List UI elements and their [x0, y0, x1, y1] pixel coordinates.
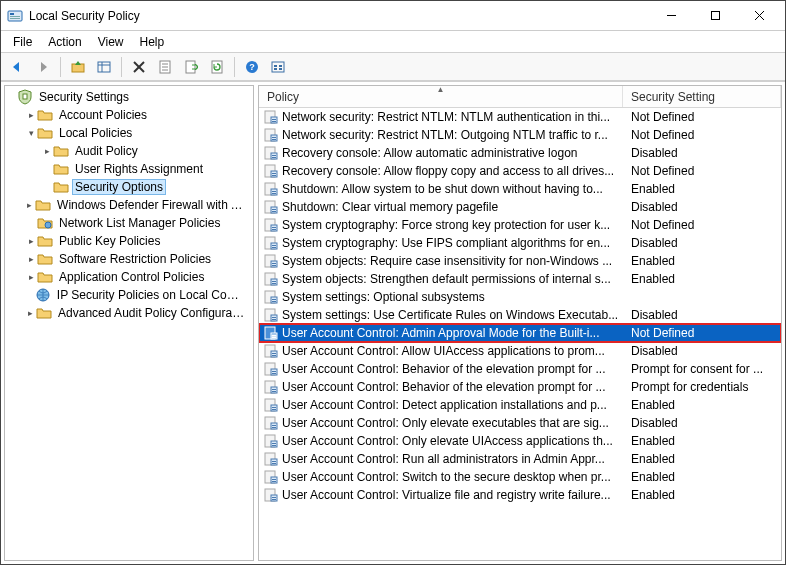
policy-row[interactable]: User Account Control: Switch to the secu… [259, 468, 781, 486]
folder-icon [35, 197, 51, 213]
minimize-button[interactable] [649, 2, 693, 30]
policy-row[interactable]: Network security: Restrict NTLM: NTLM au… [259, 108, 781, 126]
column-header-policy[interactable]: Policy ▲ [259, 86, 623, 107]
svg-rect-89 [272, 373, 276, 374]
nav-tree[interactable]: Security Settings▸Account Policies▾Local… [5, 86, 253, 324]
tree-item[interactable]: Network List Manager Policies [5, 214, 253, 232]
tree-item[interactable]: ▸Software Restriction Policies [5, 250, 253, 268]
twisty-icon[interactable]: ▸ [25, 111, 37, 120]
close-button[interactable] [737, 2, 781, 30]
folder-icon [36, 305, 52, 321]
tree-item-label: Windows Defender Firewall with Adva [54, 197, 249, 213]
policy-cell: Recovery console: Allow floppy copy and … [259, 163, 623, 179]
setting-cell: Prompt for consent for ... [623, 362, 781, 376]
svg-rect-81 [272, 337, 276, 338]
window-title: Local Security Policy [29, 9, 649, 23]
policy-row[interactable]: Recovery console: Allow floppy copy and … [259, 162, 781, 180]
policy-icon [263, 163, 279, 179]
tree-root[interactable]: Security Settings [5, 88, 253, 106]
delete-button[interactable] [127, 55, 151, 79]
tree-item[interactable]: ▸Public Key Policies [5, 232, 253, 250]
tree-item[interactable]: ▸Audit Policy [5, 142, 253, 160]
svg-rect-53 [272, 211, 276, 212]
policy-row[interactable]: System settings: Use Certificate Rules o… [259, 306, 781, 324]
menu-help[interactable]: Help [132, 33, 173, 51]
forward-button[interactable] [31, 55, 55, 79]
tree-item-label: Local Policies [56, 125, 135, 141]
policy-row[interactable]: System settings: Optional subsystems [259, 288, 781, 306]
policy-row[interactable]: User Account Control: Behavior of the el… [259, 378, 781, 396]
policy-row[interactable]: Recovery console: Allow automatic admini… [259, 144, 781, 162]
menu-action[interactable]: Action [40, 33, 89, 51]
toolbar-separator [234, 57, 235, 77]
help-button[interactable]: ? [240, 55, 264, 79]
column-header-policy-label: Policy [267, 90, 299, 104]
policy-row[interactable]: Network security: Restrict NTLM: Outgoin… [259, 126, 781, 144]
policy-name: User Account Control: Behavior of the el… [282, 362, 606, 376]
policy-icon [263, 217, 279, 233]
tree-item-label: Security Options [72, 179, 166, 195]
policy-list[interactable]: Network security: Restrict NTLM: NTLM au… [259, 108, 781, 560]
policy-row[interactable]: User Account Control: Only elevate UIAcc… [259, 432, 781, 450]
tree-item[interactable]: ▸Windows Defender Firewall with Adva [5, 196, 253, 214]
policy-icon [263, 253, 279, 269]
policy-row[interactable]: User Account Control: Run all administra… [259, 450, 781, 468]
tree-item[interactable]: IP Security Policies on Local Compute [5, 286, 253, 304]
column-header-setting[interactable]: Security Setting [623, 86, 781, 107]
policy-row[interactable]: Shutdown: Allow system to be shut down w… [259, 180, 781, 198]
tree-item[interactable]: User Rights Assignment [5, 160, 253, 178]
policy-row[interactable]: User Account Control: Admin Approval Mod… [259, 324, 781, 342]
tree-item[interactable]: Security Options [5, 178, 253, 196]
policy-row[interactable]: User Account Control: Virtualize file an… [259, 486, 781, 504]
policy-row[interactable]: System objects: Require case insensitivi… [259, 252, 781, 270]
tree-item-label: Network List Manager Policies [56, 215, 223, 231]
policy-cell: Recovery console: Allow automatic admini… [259, 145, 623, 161]
svg-rect-36 [272, 137, 276, 138]
policy-cell: User Account Control: Switch to the secu… [259, 469, 623, 485]
svg-rect-77 [272, 319, 276, 320]
twisty-icon[interactable]: ▸ [41, 147, 53, 156]
svg-rect-109 [272, 463, 276, 464]
policy-row[interactable]: Shutdown: Clear virtual memory pagefileD… [259, 198, 781, 216]
policy-cell: System objects: Require case insensitivi… [259, 253, 623, 269]
export-button[interactable] [179, 55, 203, 79]
svg-rect-3 [10, 18, 20, 19]
shield-icon [17, 89, 33, 105]
up-button[interactable] [66, 55, 90, 79]
policy-name: User Account Control: Run all administra… [282, 452, 605, 466]
policy-name: System settings: Optional subsystems [282, 290, 485, 304]
folder-icon [37, 251, 53, 267]
policy-name: Shutdown: Clear virtual memory pagefile [282, 200, 498, 214]
toolbar-separator [60, 57, 61, 77]
policy-name: User Account Control: Allow UIAccess app… [282, 344, 605, 358]
twisty-icon[interactable]: ▸ [25, 273, 37, 282]
svg-rect-65 [272, 265, 276, 266]
policy-row[interactable]: User Account Control: Only elevate execu… [259, 414, 781, 432]
menu-file[interactable]: File [5, 33, 40, 51]
menu-view[interactable]: View [90, 33, 132, 51]
refresh-button[interactable] [205, 55, 229, 79]
twisty-icon[interactable]: ▸ [25, 237, 37, 246]
policy-name: User Account Control: Admin Approval Mod… [282, 326, 599, 340]
twisty-icon[interactable]: ▸ [24, 201, 35, 210]
twisty-icon[interactable]: ▸ [24, 309, 36, 318]
policy-row[interactable]: System cryptography: Use FIPS compliant … [259, 234, 781, 252]
policy-name: Shutdown: Allow system to be shut down w… [282, 182, 603, 196]
policy-row[interactable]: User Account Control: Behavior of the el… [259, 360, 781, 378]
extra-button[interactable] [266, 55, 290, 79]
folder-icon [53, 179, 69, 195]
tree-item[interactable]: ▸Application Control Policies [5, 268, 253, 286]
tree-item[interactable]: ▾Local Policies [5, 124, 253, 142]
twisty-icon[interactable]: ▾ [25, 129, 37, 138]
policy-row[interactable]: User Account Control: Detect application… [259, 396, 781, 414]
tree-item[interactable]: ▸Advanced Audit Policy Configuration [5, 304, 253, 322]
maximize-button[interactable] [693, 2, 737, 30]
tree-item[interactable]: ▸Account Policies [5, 106, 253, 124]
back-button[interactable] [5, 55, 29, 79]
policy-row[interactable]: System objects: Strengthen default permi… [259, 270, 781, 288]
properties-button[interactable] [153, 55, 177, 79]
show-hide-tree-button[interactable] [92, 55, 116, 79]
policy-row[interactable]: User Account Control: Allow UIAccess app… [259, 342, 781, 360]
policy-row[interactable]: System cryptography: Force strong key pr… [259, 216, 781, 234]
twisty-icon[interactable]: ▸ [25, 255, 37, 264]
